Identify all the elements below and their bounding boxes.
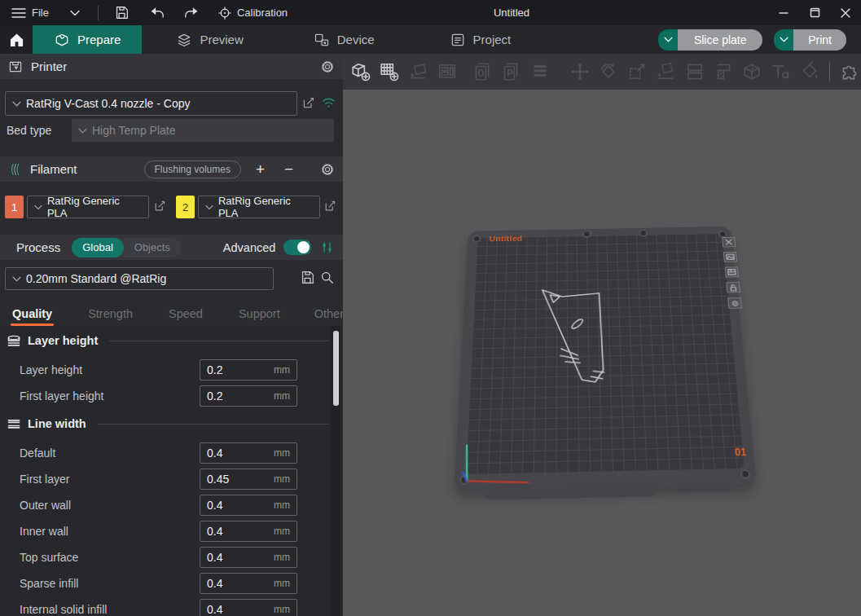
calibration-button[interactable]: Calibration bbox=[209, 0, 297, 25]
plate-image-button[interactable] bbox=[723, 252, 737, 262]
plate-screw bbox=[639, 229, 648, 236]
file-menu[interactable]: File bbox=[0, 0, 57, 25]
close-icon bbox=[725, 239, 732, 245]
param-value: 0.4 bbox=[207, 525, 222, 538]
param-label: Internal solid infill bbox=[20, 603, 107, 616]
minimize-icon bbox=[779, 8, 789, 18]
plate-delete-button[interactable] bbox=[722, 237, 736, 248]
plate-name-label: Untitled bbox=[489, 234, 522, 243]
minimize-button[interactable] bbox=[768, 0, 799, 25]
printer-preset-select[interactable]: RatRig V-Cast 0.4 nozzle - Copy bbox=[5, 91, 297, 116]
sidebar-scrollbar-thumb[interactable] bbox=[333, 331, 339, 406]
device-icon bbox=[314, 32, 330, 48]
flushing-volumes-button[interactable]: Flushing volumes bbox=[144, 161, 241, 178]
line-width-sparse-infill-input[interactable]: 0.4 mm bbox=[200, 573, 297, 594]
tab-others[interactable]: Others bbox=[302, 301, 343, 326]
build-plate[interactable]: Untitled 01 bbox=[454, 227, 756, 491]
line-width-top-surface-input[interactable]: 0.4 mm bbox=[200, 547, 297, 568]
add-object-button[interactable] bbox=[349, 59, 372, 84]
slice-options-button[interactable] bbox=[658, 29, 678, 51]
line-width-inner-wall-input[interactable]: 0.4 mm bbox=[200, 521, 297, 542]
plate-settings-button[interactable] bbox=[727, 297, 742, 309]
scale-button[interactable] bbox=[626, 59, 648, 84]
tab-project[interactable]: Project bbox=[428, 25, 533, 54]
filament-2-select[interactable]: RatRig Generic PLA bbox=[198, 196, 320, 218]
param-label: First layer height bbox=[20, 389, 103, 403]
document-p-button[interactable] bbox=[499, 59, 522, 84]
mesh-edit-button[interactable] bbox=[740, 59, 763, 84]
undo-button[interactable] bbox=[140, 0, 174, 25]
search-icon[interactable] bbox=[320, 271, 334, 284]
slice-action-group: Slice plate bbox=[658, 29, 762, 51]
param-value: 0.4 bbox=[207, 447, 222, 460]
process-preset-value: 0.20mm Standard @RatRig bbox=[26, 272, 166, 285]
plate-lock-button[interactable] bbox=[726, 282, 740, 293]
tab-speed[interactable]: Speed bbox=[156, 301, 215, 326]
plate-number-label: 01 bbox=[735, 447, 747, 459]
save-button[interactable] bbox=[103, 0, 140, 25]
tab-preview[interactable]: Preview bbox=[155, 25, 264, 54]
tab-quality[interactable]: Quality bbox=[0, 301, 64, 326]
param-value: 0.2 bbox=[207, 363, 222, 376]
line-width-outer-wall-input[interactable]: 0.4 mm bbox=[200, 495, 297, 516]
add-object-icon bbox=[350, 61, 371, 82]
document-o-button[interactable] bbox=[471, 59, 494, 84]
remove-filament-button[interactable]: − bbox=[284, 161, 293, 178]
split-button[interactable] bbox=[683, 59, 706, 84]
add-filament-button[interactable]: + bbox=[256, 161, 265, 178]
line-width-first-layer-input[interactable]: 0.45 mm bbox=[200, 469, 297, 490]
close-button[interactable] bbox=[830, 0, 861, 25]
lay-on-face-button[interactable] bbox=[654, 59, 677, 84]
plate-arrange-button[interactable] bbox=[725, 266, 740, 277]
edit-filament-1-icon[interactable] bbox=[153, 200, 166, 213]
rotate-button[interactable] bbox=[597, 59, 620, 84]
move-button[interactable] bbox=[569, 59, 591, 84]
slice-plate-button[interactable]: Slice plate bbox=[678, 29, 762, 51]
edit-filament-2-icon[interactable] bbox=[323, 200, 336, 213]
layer-height-input[interactable]: 0.2 mm bbox=[200, 359, 297, 381]
first-layer-height-input[interactable]: 0.2 mm bbox=[200, 385, 297, 407]
tab-support[interactable]: Support bbox=[226, 301, 292, 326]
auto-arrange-button[interactable] bbox=[406, 59, 429, 84]
maximize-button[interactable] bbox=[799, 0, 830, 25]
print-options-button[interactable] bbox=[774, 29, 793, 51]
scope-objects-button[interactable]: Objects bbox=[124, 238, 181, 257]
variable-layers-button[interactable] bbox=[528, 59, 551, 84]
tab-prepare[interactable]: Prepare bbox=[33, 25, 142, 54]
scope-global-button[interactable]: Global bbox=[72, 238, 124, 257]
line-width-internal-solid-infill-input[interactable]: 0.4 mm bbox=[200, 599, 297, 616]
model-wireframe-sketch[interactable] bbox=[538, 284, 613, 398]
home-button[interactable] bbox=[0, 25, 33, 54]
gear-icon bbox=[731, 299, 740, 306]
y-axis bbox=[465, 445, 468, 481]
file-menu-expander[interactable] bbox=[57, 0, 93, 25]
wifi-icon[interactable] bbox=[321, 95, 336, 108]
viewport-3d[interactable]: Untitled 01 bbox=[343, 90, 861, 616]
plate-front-tab-2 bbox=[672, 481, 734, 492]
line-width-default-input[interactable]: 0.4 mm bbox=[200, 442, 297, 464]
filament-1-select[interactable]: RatRig Generic PLA bbox=[27, 196, 149, 218]
line-width-icon bbox=[7, 418, 21, 429]
color-paint-button[interactable] bbox=[798, 59, 821, 84]
edit-printer-icon[interactable] bbox=[301, 96, 315, 110]
redo-button[interactable] bbox=[174, 0, 209, 25]
process-preset-select[interactable]: 0.20mm Standard @RatRig bbox=[5, 267, 274, 290]
filament-section-header: Filament Flushing volumes + − bbox=[0, 156, 343, 182]
support-paint-button[interactable] bbox=[712, 59, 735, 84]
printer-settings-gear-icon[interactable] bbox=[320, 59, 335, 74]
bed-type-select[interactable]: High Temp Plate bbox=[72, 119, 334, 142]
assembly-view-button[interactable] bbox=[838, 59, 861, 84]
layout-button[interactable] bbox=[436, 59, 459, 84]
add-plate-button[interactable] bbox=[378, 59, 401, 84]
customize-settings-icon[interactable] bbox=[320, 240, 334, 254]
filament-2-badge[interactable]: 2 bbox=[176, 196, 195, 218]
tab-device[interactable]: Device bbox=[292, 25, 396, 54]
tab-strength[interactable]: Strength bbox=[76, 301, 145, 326]
text-button[interactable] bbox=[769, 59, 792, 84]
titlebar-separator bbox=[98, 6, 99, 20]
print-button[interactable]: Print bbox=[793, 29, 846, 51]
filament-1-badge[interactable]: 1 bbox=[5, 196, 24, 218]
filament-settings-gear-icon[interactable] bbox=[320, 162, 335, 177]
save-preset-icon[interactable] bbox=[301, 271, 314, 284]
tab-prepare-label: Prepare bbox=[77, 33, 121, 46]
